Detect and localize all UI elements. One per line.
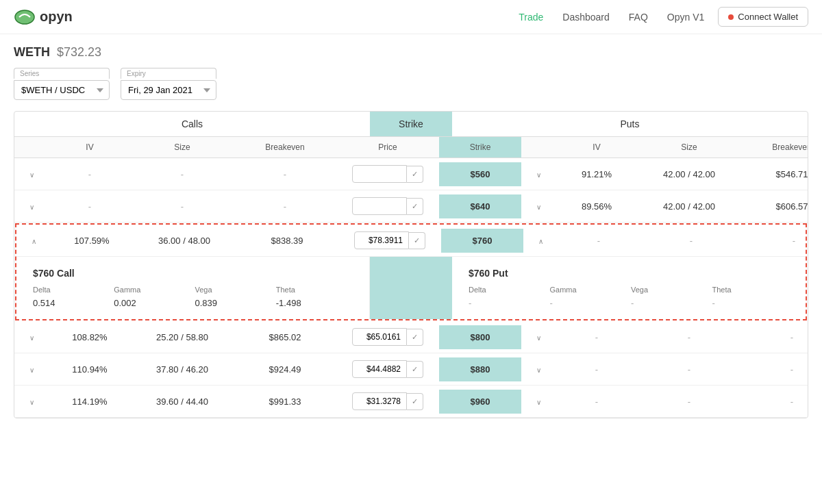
call-detail-760: $760 Call Delta Gamma Vega Theta 0.514 0… xyxy=(16,257,370,319)
size-puts-560: 42.00 / 42.00 xyxy=(638,162,740,186)
theta-header-put: Theta xyxy=(712,286,790,294)
main-nav: Trade Dashboard FAQ Opyn V1 xyxy=(519,12,704,23)
gamma-header-call: Gamma xyxy=(114,286,190,294)
gamma-value-put: - xyxy=(550,298,627,308)
table-row: ∨ - - - ✓ $640 ∨ 89.56% 42.00 / 42.00 $6… xyxy=(14,190,808,223)
header: opyn Trade Dashboard FAQ Opyn V1 Connect… xyxy=(0,0,822,34)
price-calls-800: ✓ xyxy=(336,321,439,353)
chevron-calls-800[interactable]: ∨ xyxy=(14,325,49,349)
chevron-calls-880[interactable]: ∨ xyxy=(14,357,49,381)
price-confirm-calls-560[interactable]: ✓ xyxy=(407,166,423,183)
breakeven-calls-880: $924.49 xyxy=(234,357,336,381)
breakeven-puts-960: - xyxy=(740,390,808,414)
nav-faq[interactable]: FAQ xyxy=(629,12,648,23)
chevron-calls-960[interactable]: ∨ xyxy=(14,390,49,414)
delta-value-put: - xyxy=(469,298,546,308)
selectors: Series $WETH / USDC Expiry Fri, 29 Jan 2… xyxy=(14,68,808,100)
chevron-calls-560[interactable]: ∨ xyxy=(14,162,49,186)
options-table: Calls Strike Puts IV Size Breakeven Pric… xyxy=(14,111,808,418)
nav-trade[interactable]: Trade xyxy=(519,12,543,23)
chevron-puts-960[interactable]: ∨ xyxy=(521,390,556,414)
breakeven-calls-560: - xyxy=(234,162,336,186)
col-header-breakeven-puts: Breakeven xyxy=(740,137,808,158)
section-headers: Calls Strike Puts xyxy=(14,112,808,137)
size-calls-800: 25.20 / 58.80 xyxy=(131,325,234,349)
price-input-calls-640[interactable] xyxy=(352,197,407,215)
gamma-header-put: Gamma xyxy=(550,286,627,294)
iv-calls-800: 108.82% xyxy=(49,325,131,349)
table-row: ∨ 110.94% 37.80 / 46.20 $924.49 ✓ $880 ∨… xyxy=(14,353,808,386)
chevron-puts-800[interactable]: ∨ xyxy=(521,325,556,349)
iv-puts-800: - xyxy=(556,325,638,349)
nav-dashboard[interactable]: Dashboard xyxy=(562,12,610,23)
price-input-calls-760[interactable] xyxy=(354,231,409,249)
put-detail-title: $760 Put xyxy=(469,268,789,279)
strike-960: $960 xyxy=(439,390,521,414)
price-confirm-calls-640[interactable]: ✓ xyxy=(407,198,423,215)
iv-puts-640: 89.56% xyxy=(556,194,638,218)
chevron-calls-760[interactable]: ∧ xyxy=(16,229,51,253)
col-header-price-calls: Price xyxy=(336,137,439,158)
col-header-size-puts: Size xyxy=(638,137,740,158)
price-calls-640: ✓ xyxy=(336,190,439,222)
iv-puts-880: - xyxy=(556,357,638,381)
strike-800: $800 xyxy=(439,325,521,349)
chevron-puts-880[interactable]: ∨ xyxy=(521,357,556,381)
iv-calls-760: 107.59% xyxy=(51,229,133,253)
delta-value-call: 0.514 xyxy=(33,298,110,308)
price-confirm-calls-800[interactable]: ✓ xyxy=(407,329,423,346)
size-puts-800: - xyxy=(638,325,740,349)
chevron-puts-560[interactable]: ∨ xyxy=(521,162,556,186)
series-select[interactable]: $WETH / USDC xyxy=(14,80,110,100)
price-input-calls-800[interactable] xyxy=(352,328,407,346)
theta-header-call: Theta xyxy=(276,286,353,294)
put-detail-760: $760 Put Delta Gamma Vega Theta - - - - xyxy=(452,257,806,319)
nav-opynv1[interactable]: Opyn V1 xyxy=(667,12,704,23)
col-header-empty2 xyxy=(521,137,556,158)
price-input-calls-880[interactable] xyxy=(352,360,407,378)
wallet-status-dot xyxy=(728,14,734,20)
breakeven-calls-640: - xyxy=(234,194,336,218)
delta-header-call: Delta xyxy=(33,286,110,294)
breakeven-puts-880: - xyxy=(740,357,808,381)
iv-calls-880: 110.94% xyxy=(49,357,131,381)
col-header-strike: Strike xyxy=(439,137,521,158)
detail-strike-spacer-760 xyxy=(370,257,452,319)
delta-header-put: Delta xyxy=(469,286,546,294)
chevron-puts-640[interactable]: ∨ xyxy=(521,194,556,218)
price-input-calls-560[interactable] xyxy=(352,165,407,183)
column-headers: IV Size Breakeven Price Strike IV Size B… xyxy=(14,137,808,158)
logo-icon xyxy=(14,6,36,28)
asset-header: WETH $732.23 xyxy=(14,45,808,60)
breakeven-calls-800: $865.02 xyxy=(234,325,336,349)
col-header-iv-calls: IV xyxy=(49,137,131,158)
breakeven-puts-640: $606.57 xyxy=(740,194,808,218)
strike-section-header: Strike xyxy=(370,112,452,136)
breakeven-puts-560: $546.71 xyxy=(740,162,808,186)
iv-puts-760: - xyxy=(558,229,640,253)
col-header-empty1 xyxy=(14,137,49,158)
vega-header-put: Vega xyxy=(631,286,708,294)
chevron-puts-760[interactable]: ∧ xyxy=(523,229,558,253)
price-input-calls-960[interactable] xyxy=(352,392,407,410)
expiry-select[interactable]: Fri, 29 Jan 2021 xyxy=(121,80,216,100)
breakeven-puts-800: - xyxy=(740,325,808,349)
iv-calls-640: - xyxy=(49,194,131,218)
strike-880: $880 xyxy=(439,357,521,381)
chevron-calls-640[interactable]: ∨ xyxy=(14,194,49,218)
strike-640: $640 xyxy=(439,194,521,218)
strike-560: $560 xyxy=(439,162,521,186)
theta-value-call: -1.498 xyxy=(276,298,353,308)
table-row: ∨ 108.82% 25.20 / 58.80 $865.02 ✓ $800 ∨… xyxy=(14,321,808,353)
size-puts-640: 42.00 / 42.00 xyxy=(638,194,740,218)
price-confirm-calls-960[interactable]: ✓ xyxy=(407,393,423,410)
size-calls-960: 39.60 / 44.40 xyxy=(131,390,234,414)
put-greeks: Delta Gamma Vega Theta - - - - xyxy=(469,286,789,308)
expiry-label: Expiry xyxy=(121,68,216,79)
iv-calls-560: - xyxy=(49,162,131,186)
size-calls-880: 37.80 / 46.20 xyxy=(131,357,234,381)
price-confirm-calls-760[interactable]: ✓ xyxy=(409,232,425,249)
puts-section-header: Puts xyxy=(452,112,808,136)
price-confirm-calls-880[interactable]: ✓ xyxy=(407,361,423,378)
connect-wallet-button[interactable]: Connect Wallet xyxy=(718,7,808,27)
